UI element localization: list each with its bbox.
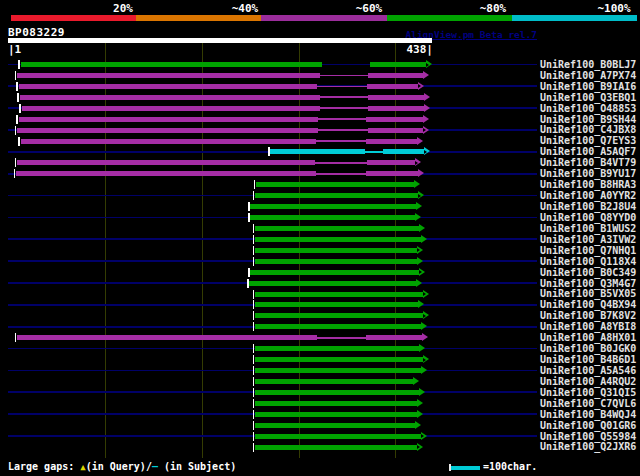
hit-label[interactable]: UniRef100_Q55984: [540, 431, 636, 442]
hit-label[interactable]: UniRef100_Q7EYS3: [540, 135, 636, 146]
alignment-start-tick: [19, 104, 21, 113]
hit-bar[interactable]: [250, 215, 415, 220]
hit-bar[interactable]: [368, 106, 424, 111]
hit-bar[interactable]: [256, 182, 414, 187]
hit-bar[interactable]: [255, 237, 421, 242]
hit-bar[interactable]: [255, 248, 417, 253]
hit-bar[interactable]: [255, 423, 415, 428]
hit-bar[interactable]: [255, 412, 417, 417]
hit-bar[interactable]: [21, 62, 322, 67]
hit-label[interactable]: UniRef100_B4B6D1: [540, 354, 636, 365]
alignment-start-tick: [253, 191, 255, 200]
hit-bar[interactable]: [22, 106, 320, 111]
hit-bar[interactable]: [21, 139, 316, 144]
hit-bar[interactable]: [19, 117, 318, 122]
hit-bar[interactable]: [368, 73, 422, 78]
hit-bar[interactable]: [19, 84, 317, 89]
hit-bar[interactable]: [255, 434, 421, 439]
hit-label[interactable]: UniRef100_B9SH44: [540, 114, 636, 125]
gap-connector-line: [316, 140, 366, 142]
hit-label[interactable]: UniRef100_A7PX74: [540, 70, 636, 81]
hit-label[interactable]: UniRef100_Q31QI5: [540, 387, 636, 398]
hit-label[interactable]: UniRef100_B4WQJ4: [540, 409, 636, 420]
hit-bar[interactable]: [17, 160, 315, 165]
hit-bar[interactable]: [255, 193, 418, 198]
alignment-start-tick: [253, 311, 255, 320]
hit-label[interactable]: UniRef100_A8HX01: [540, 332, 636, 343]
hit-bar[interactable]: [255, 226, 419, 231]
hit-label[interactable]: UniRef100_A3IVW2: [540, 234, 636, 245]
alignment-start-tick: [268, 147, 270, 156]
hit-bar[interactable]: [255, 292, 424, 297]
hit-arrow-icon: [415, 213, 421, 221]
hit-bar[interactable]: [255, 346, 419, 351]
alignment-start-tick: [253, 432, 255, 441]
hit-label[interactable]: UniRef100_A5AQF7: [540, 146, 636, 157]
hit-bar[interactable]: [370, 62, 426, 67]
hit-bar[interactable]: [383, 149, 425, 154]
hit-bar[interactable]: [16, 171, 316, 176]
hit-label[interactable]: UniRef100_C4JBX8: [540, 124, 636, 135]
hit-label[interactable]: UniRef100_Q118X4: [540, 256, 636, 267]
hit-label[interactable]: UniRef100_A5A546: [540, 365, 636, 376]
hit-bar[interactable]: [255, 368, 421, 373]
hit-bar[interactable]: [250, 204, 416, 209]
hit-bar[interactable]: [250, 270, 419, 275]
hit-bar[interactable]: [366, 139, 416, 144]
hit-label[interactable]: UniRef100_B7K8V2: [540, 310, 636, 321]
hit-bar[interactable]: [255, 324, 421, 329]
hit-bar[interactable]: [20, 95, 320, 100]
hit-bar[interactable]: [17, 73, 320, 78]
hit-label[interactable]: UniRef100_B0JGK0: [540, 343, 636, 354]
alignment-start-tick: [248, 202, 250, 211]
hit-label[interactable]: UniRef100_B9IAI6: [540, 81, 636, 92]
hit-bar[interactable]: [255, 313, 424, 318]
hit-label[interactable]: UniRef100_B2J8U4: [540, 201, 636, 212]
hit-arrow-icon: [424, 93, 430, 101]
hit-bar[interactable]: [368, 128, 422, 133]
hit-bar[interactable]: [255, 357, 424, 362]
hit-bar[interactable]: [255, 401, 417, 406]
hit-bar[interactable]: [255, 379, 413, 384]
hit-arrow-icon: [423, 71, 429, 79]
hit-bar[interactable]: [368, 95, 424, 100]
hit-label[interactable]: UniRef100_Q4BX94: [540, 299, 636, 310]
hit-label[interactable]: UniRef100_A4RQU2: [540, 376, 636, 387]
alignment-start-tick: [253, 344, 255, 353]
hit-arrow-hollow-inner: [415, 161, 418, 165]
hit-bar[interactable]: [366, 117, 422, 122]
hit-arrow-icon: [415, 421, 421, 429]
hit-label[interactable]: UniRef100_A0YYR2: [540, 190, 636, 201]
hit-bar[interactable]: [270, 149, 365, 154]
hit-label[interactable]: UniRef100_Q7NHQ1: [540, 245, 636, 256]
hit-label[interactable]: UniRef100_B5VX05: [540, 288, 636, 299]
hit-arrow-icon: [424, 104, 430, 112]
hit-label[interactable]: UniRef100_B0C349: [540, 267, 636, 278]
hit-label[interactable]: UniRef100_B4VT79: [540, 157, 636, 168]
hit-bar[interactable]: [367, 160, 414, 165]
hit-bar[interactable]: [255, 445, 417, 450]
hit-arrow-icon: [417, 410, 423, 418]
hit-bar[interactable]: [249, 281, 416, 286]
hit-label[interactable]: UniRef100_B8HRA3: [540, 179, 636, 190]
hit-label[interactable]: UniRef100_Q3EBQ1: [540, 92, 636, 103]
hit-bar[interactable]: [366, 335, 421, 340]
hit-bar[interactable]: [255, 302, 418, 307]
hit-bar[interactable]: [17, 335, 317, 340]
hit-label[interactable]: UniRef100_B1WUS2: [540, 223, 636, 234]
hit-label[interactable]: UniRef100_Q01GR6: [540, 420, 636, 431]
hit-label[interactable]: UniRef100_Q3M4G7: [540, 278, 636, 289]
hit-bar[interactable]: [366, 171, 417, 176]
hit-label[interactable]: UniRef100_B0BLJ7: [540, 59, 636, 70]
hit-bar[interactable]: [367, 84, 417, 89]
hit-bar[interactable]: [17, 128, 318, 133]
hit-arrow-hollow-inner: [423, 314, 426, 318]
hit-label[interactable]: UniRef100_O48853: [540, 103, 636, 114]
hit-label[interactable]: UniRef100_Q2JXR6: [540, 441, 636, 452]
hit-label[interactable]: UniRef100_C7QVL6: [540, 398, 636, 409]
hit-bar[interactable]: [255, 390, 419, 395]
hit-label[interactable]: UniRef100_A8YBI8: [540, 321, 636, 332]
hit-label[interactable]: UniRef100_Q8YYD0: [540, 212, 636, 223]
hit-bar[interactable]: [255, 259, 417, 264]
hit-label[interactable]: UniRef100_B9YU17: [540, 168, 636, 179]
